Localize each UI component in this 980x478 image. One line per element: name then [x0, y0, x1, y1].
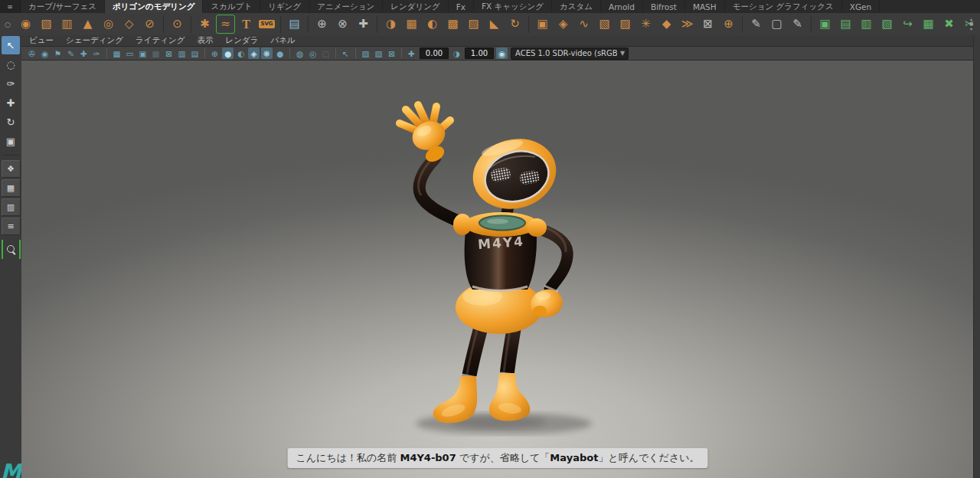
tab-curves-surfaces[interactable]: カーブ/サーフェス: [21, 0, 105, 13]
edit-edge-flow-icon[interactable]: ▢: [767, 15, 786, 34]
quad-patch-v-icon[interactable]: ▥: [857, 15, 876, 34]
tab-custom[interactable]: カスタム: [552, 0, 601, 13]
bridge-icon[interactable]: ◈: [554, 15, 573, 34]
sweep-profile-icon[interactable]: ≫: [678, 15, 697, 34]
bounding-box-icon[interactable]: ⊠: [698, 15, 717, 34]
poly-sphere-icon[interactable]: ◉: [16, 15, 35, 34]
type-tool-icon[interactable]: T: [237, 15, 256, 34]
grid-icon[interactable]: ▦: [111, 47, 122, 59]
retopologize-icon[interactable]: ▨: [616, 15, 635, 34]
circularize-icon[interactable]: ✳: [636, 15, 655, 34]
shelf-scroll-down-icon[interactable]: ▾: [970, 27, 972, 32]
layout-two-pane[interactable]: ▥: [2, 198, 21, 216]
tab-animation[interactable]: アニメーション: [309, 0, 383, 13]
platonic-solid-icon[interactable]: ⊙: [168, 15, 187, 34]
select-tool[interactable]: ↖: [2, 36, 20, 54]
xray-joints-icon[interactable]: ▨: [373, 47, 384, 59]
center-pivot-icon[interactable]: ✚: [354, 15, 373, 34]
crease-tool-icon[interactable]: ✎: [746, 15, 766, 34]
tab-arnold[interactable]: Arnold: [601, 0, 643, 13]
tab-sculpt[interactable]: スカルプト: [203, 0, 260, 13]
gamma-field[interactable]: 1.00: [465, 47, 494, 59]
joint-tool-icon[interactable]: ⊕: [312, 15, 332, 34]
tab-mash[interactable]: MASH: [685, 0, 725, 13]
panel-menu-shading[interactable]: シェーディング: [66, 35, 123, 46]
camera-bookmark-icon[interactable]: ⚑: [52, 47, 64, 59]
modeling-toolkit-window-icon[interactable]: ▤: [285, 15, 304, 34]
paint-select-tool[interactable]: ✑: [2, 74, 20, 93]
quad-spans-icon[interactable]: ✖: [939, 15, 959, 34]
exposure-icon[interactable]: ✚: [406, 47, 417, 59]
color-managed-icon[interactable]: ◉: [496, 47, 508, 59]
smooth-icon[interactable]: ▩: [443, 15, 462, 34]
screen-space-ao-icon[interactable]: ◍: [294, 47, 305, 59]
gate-mask-icon[interactable]: ▩: [150, 47, 162, 59]
poly-plane-icon[interactable]: ◇: [119, 15, 139, 34]
poly-torus-icon[interactable]: ◎: [99, 15, 118, 34]
shelf-menu-icon[interactable]: ○: [0, 21, 15, 28]
quad-draw-icon[interactable]: ▣: [815, 15, 835, 34]
remesh-icon[interactable]: ▧: [595, 15, 614, 34]
grease-add-frame-icon[interactable]: ✚: [78, 47, 90, 59]
gamma-icon[interactable]: ◑: [451, 47, 462, 59]
reduce-icon[interactable]: ▨: [464, 15, 483, 34]
panel-menu-panels[interactable]: パネル: [270, 35, 295, 46]
grease-pencil-icon[interactable]: ✎: [65, 47, 77, 59]
quad-patch-u-icon[interactable]: ▤: [836, 15, 855, 34]
colorspace-dropdown[interactable]: ACES 1.0 SDR-video (sRGB)▼: [511, 47, 629, 60]
tab-bifrost[interactable]: Bifrost: [643, 0, 685, 13]
sweep-mesh-icon[interactable]: ∿: [574, 15, 593, 34]
textured-icon[interactable]: ◐: [235, 47, 247, 59]
poly-cube-icon[interactable]: ▧: [37, 15, 56, 34]
tab-polygon-modeling[interactable]: ポリゴンのモデリング: [105, 0, 203, 13]
isolate-select-icon[interactable]: ↖: [340, 47, 351, 59]
quad-cube-icon[interactable]: ▧: [877, 15, 897, 34]
field-chart-icon[interactable]: ⊠: [163, 47, 175, 59]
smooth-shade-icon[interactable]: ●: [222, 47, 234, 59]
super-shapes-icon[interactable]: ✱: [195, 15, 214, 34]
subdiv-proxy-icon[interactable]: ⊕: [719, 15, 738, 34]
poly-cone-icon[interactable]: ▲: [78, 15, 97, 34]
mirror-icon[interactable]: ◐: [423, 15, 442, 34]
panel-menu-renderer[interactable]: レンダラ: [225, 35, 258, 46]
move-tool[interactable]: ✚: [2, 93, 20, 112]
layout-outliner-pane[interactable]: ≡: [2, 218, 21, 235]
rotate-tool[interactable]: ↻: [2, 113, 20, 131]
separate-icon[interactable]: ▦: [402, 15, 421, 34]
shelf-scrollbar[interactable]: ▴ ● ▾: [967, 15, 975, 34]
shelf-collapse-icon[interactable]: ≡: [0, 0, 21, 13]
motion-blur-icon[interactable]: ◎: [307, 47, 318, 59]
exposure-field[interactable]: 0.00: [420, 47, 449, 59]
poly-disc-icon[interactable]: ⊘: [140, 15, 159, 34]
grease-brush-icon[interactable]: ✑: [91, 47, 103, 59]
extrude-icon[interactable]: ▣: [533, 15, 552, 34]
poly-cylinder-icon[interactable]: ▥: [57, 15, 77, 34]
bevel-icon[interactable]: ◣: [485, 15, 504, 34]
camera-icon[interactable]: ✇: [26, 47, 38, 59]
image-plane-icon[interactable]: ⊠: [386, 47, 397, 59]
scale-tool[interactable]: ▣: [2, 132, 20, 150]
lasso-select-tool[interactable]: ◌: [2, 55, 20, 74]
multi-cut-icon[interactable]: ✎: [788, 15, 807, 34]
panel-menu-lighting[interactable]: ライティング: [136, 35, 185, 46]
layout-single-pane[interactable]: ❖: [2, 160, 21, 178]
tab-motion-graphics[interactable]: モーション グラフィックス: [725, 0, 842, 13]
tab-fx-caching[interactable]: FX キャッシング: [474, 0, 552, 13]
camera-lock-icon[interactable]: ◉: [39, 47, 51, 59]
panel-menu-show[interactable]: 表示: [197, 35, 213, 46]
depth-of-field-icon[interactable]: ▢: [320, 47, 332, 59]
use-all-lights-icon[interactable]: ⊕: [209, 47, 220, 59]
tab-fx[interactable]: Fx: [449, 0, 474, 13]
viewport-canvas[interactable]: M4Y4 こんにちは！私の名前 M4Y4-b07 ですが、省略して「Mayabo…: [21, 61, 974, 478]
quad-checker-window-icon[interactable]: ▦: [919, 15, 938, 34]
svg-tool-icon[interactable]: SVG: [257, 15, 276, 34]
wireframe-on-shaded-icon[interactable]: ◈: [248, 47, 260, 59]
curve-warp-icon[interactable]: ≈: [216, 15, 235, 34]
quad-curve-icon[interactable]: ↪: [898, 15, 917, 34]
tab-rendering[interactable]: レンダリング: [383, 0, 448, 13]
project-curve-icon[interactable]: ◆: [657, 15, 676, 34]
resolution-gate-icon[interactable]: ▣: [137, 47, 149, 59]
safe-title-icon[interactable]: ▤: [189, 47, 201, 59]
delete-history-icon[interactable]: ⊗: [333, 15, 352, 34]
xray-icon[interactable]: ▧: [360, 47, 371, 59]
